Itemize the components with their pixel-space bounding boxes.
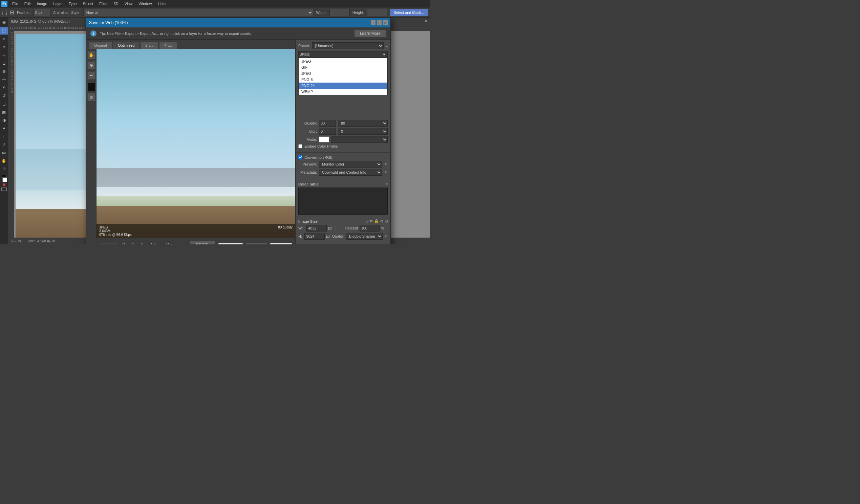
text-tool[interactable]: T xyxy=(0,133,8,140)
magic-wand-tool[interactable]: ✦ xyxy=(0,43,8,51)
dialog-close[interactable]: ✕ xyxy=(383,20,388,25)
link-wh-icon[interactable]: ⋮ xyxy=(333,226,338,231)
percent-input[interactable] xyxy=(360,225,380,231)
menu-file[interactable]: File xyxy=(10,1,21,6)
history-tool[interactable]: ↺ xyxy=(0,92,8,100)
gradient-tool[interactable]: ▦ xyxy=(0,108,8,116)
menu-filter[interactable]: Filter xyxy=(97,1,110,6)
preview-color-label: Preview: xyxy=(298,162,317,166)
image-width-input[interactable] xyxy=(306,225,327,231)
tab-4up[interactable]: 4-Up xyxy=(159,42,177,49)
menu-type[interactable]: Type xyxy=(66,1,80,6)
hand-preview-tool[interactable]: ✋ xyxy=(87,51,96,59)
menu-view[interactable]: View xyxy=(122,1,135,6)
preview-button[interactable]: Preview... ▾ xyxy=(190,240,216,244)
tab-2up[interactable]: 2-Up xyxy=(140,42,158,49)
rotate-icon[interactable]: ↺ xyxy=(370,219,373,224)
canvas-close[interactable]: ✕ xyxy=(424,19,427,23)
shape-tool[interactable]: ▭ xyxy=(0,149,8,156)
lock-icon[interactable]: 🔒 xyxy=(374,219,379,224)
format-option-jpeg[interactable]: JPEG xyxy=(299,58,387,64)
cancel-button[interactable]: Cancel xyxy=(245,243,267,245)
path-tool[interactable]: ↗ xyxy=(0,141,8,148)
blur-select[interactable]: 0 xyxy=(338,128,388,135)
preset-menu-icon[interactable]: ≡ xyxy=(386,44,388,48)
eyedropper-tool[interactable]: ⊿ xyxy=(0,60,8,67)
dialog-minimize[interactable]: ─ xyxy=(371,20,375,25)
crop-tool[interactable]: ⊹ xyxy=(0,52,8,59)
width-unit: px xyxy=(328,226,332,230)
menu-select[interactable]: Select xyxy=(80,1,96,6)
menu-image[interactable]: Image xyxy=(34,1,50,6)
format-container: JPEG ▼ JPEG GIF JPEG PNG-8 PNG-24 WBMP xyxy=(298,51,388,58)
eraser-tool[interactable]: ◻ xyxy=(0,100,8,107)
selection-tool[interactable]: ⬚ xyxy=(0,27,8,34)
dialog-maximize[interactable]: □ xyxy=(377,20,382,25)
style-select[interactable]: Normal xyxy=(83,9,314,16)
pen-tool[interactable]: ✒ xyxy=(0,125,8,132)
convert-srgb-row: Convert to sRGB xyxy=(298,155,388,159)
tab-original[interactable]: Original xyxy=(89,42,112,49)
menu-help[interactable]: Help xyxy=(155,1,169,6)
clone-tool[interactable]: ⎘ xyxy=(0,84,8,91)
resample-select[interactable]: Bicubic Sharper xyxy=(346,233,383,240)
preview-image-area: JPEG 3,643M 676 sec @ 56.6 Kbps 80 quali… xyxy=(97,49,295,238)
metadata-select[interactable]: Copyright and Contact Info xyxy=(319,169,382,176)
preview-icon: ⬚ xyxy=(90,244,93,244)
preview-slice-tool[interactable]: ⊞ xyxy=(87,93,96,101)
brush-tool[interactable]: ✏ xyxy=(0,76,8,83)
eyedropper-preview-tool[interactable]: ✒ xyxy=(87,71,96,80)
percent-label: Percent xyxy=(340,226,358,230)
format-dropdown-button[interactable]: JPEG ▼ xyxy=(298,51,388,58)
constrain-icon[interactable]: ⊞ xyxy=(366,219,368,224)
healing-tool[interactable]: ⊕ xyxy=(0,68,8,75)
blur-input[interactable] xyxy=(319,128,336,135)
preview-color-select[interactable]: Monitor Color xyxy=(319,161,382,168)
dodge-tool[interactable]: ◑ xyxy=(0,116,8,124)
format-dropdown-list[interactable]: JPEG GIF JPEG PNG-8 PNG-24 WBMP xyxy=(298,58,388,95)
menu-edit[interactable]: Edit xyxy=(22,1,33,6)
learn-more-button[interactable]: Learn More xyxy=(354,29,386,38)
save-button[interactable]: Save... xyxy=(218,243,243,245)
lasso-tool[interactable]: ⌾ xyxy=(0,35,8,43)
quick-mask[interactable] xyxy=(3,184,5,186)
move-tool[interactable]: ✥ xyxy=(0,19,8,26)
menu-3d[interactable]: 3D xyxy=(111,1,121,6)
select-and-mask-button[interactable]: Select and Mask... xyxy=(390,9,428,16)
matte-swatch[interactable] xyxy=(319,136,329,143)
color-table-area xyxy=(298,188,388,215)
hand-tool[interactable]: ✋ xyxy=(0,157,8,164)
screen-mode[interactable] xyxy=(1,188,7,191)
save-for-web-dialog: Save for Web (100%) ─ □ ✕ i Tip: Use Fil… xyxy=(86,18,391,244)
format-option-png8[interactable]: PNG-8 xyxy=(299,76,387,83)
done-button[interactable]: Done xyxy=(270,243,292,245)
dialog-content: Original Optimized 2-Up 4-Up ✋ ⊕ ✒ ⊞ xyxy=(86,40,390,244)
tool-icon: ⬚ xyxy=(2,9,7,16)
zoom-preview-tool[interactable]: ⊕ xyxy=(87,61,96,69)
zoom-tool[interactable]: ⊕ xyxy=(0,165,8,173)
color-table-menu-icon[interactable]: ≡ xyxy=(386,182,388,186)
menu-layer[interactable]: Layer xyxy=(51,1,65,6)
quality-select[interactable]: 80 xyxy=(338,120,388,127)
matte-row: Matte: xyxy=(298,136,388,143)
height-input[interactable] xyxy=(367,9,387,16)
quality-input[interactable] xyxy=(319,120,336,127)
feather-input[interactable] xyxy=(33,9,51,16)
image-height-input[interactable] xyxy=(304,233,325,240)
format-option-jpeg2[interactable]: JPEG xyxy=(299,70,387,76)
tab-optimized[interactable]: Optimized xyxy=(113,42,140,49)
zoom-select[interactable]: 100% xyxy=(99,243,119,245)
format-option-gif[interactable]: GIF xyxy=(299,64,387,70)
crop-size-icon[interactable]: ⊕ xyxy=(380,219,383,224)
resize-icon[interactable]: ⊟ xyxy=(385,219,388,224)
menu-window[interactable]: Window xyxy=(136,1,154,6)
embed-color-profile-checkbox[interactable] xyxy=(298,144,302,148)
format-option-png24[interactable]: PNG-24 xyxy=(299,83,387,89)
convert-srgb-checkbox[interactable] xyxy=(298,155,302,159)
matte-select[interactable] xyxy=(331,136,388,143)
metadata-chevron-icon: ▼ xyxy=(384,170,388,174)
format-option-wbmp[interactable]: WBMP xyxy=(299,89,387,95)
background-color[interactable] xyxy=(2,177,7,182)
preset-select[interactable]: [Unnamed] xyxy=(312,42,384,49)
width-input[interactable] xyxy=(329,9,350,16)
